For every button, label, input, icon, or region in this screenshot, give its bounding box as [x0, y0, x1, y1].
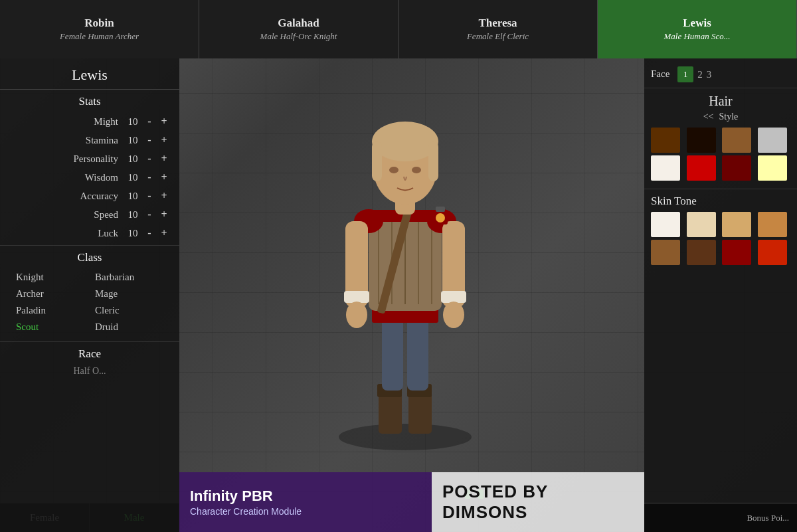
stat-decrease-accuracy[interactable]: - [142, 189, 157, 203]
stat-increase-wisdom[interactable]: + [157, 170, 171, 185]
right-panel: Face 1 2 3 Hair << Style Skin Tone [644, 58, 797, 532]
hair-style-label: Style [719, 112, 739, 122]
skin-color-swatch-1[interactable] [687, 212, 716, 237]
class-item-paladin[interactable]: Paladin [11, 303, 90, 318]
face-selected-btn[interactable]: 1 [677, 66, 693, 82]
svg-rect-5 [382, 317, 403, 391]
bonus-label: Bonus Poi... [747, 513, 789, 523]
stat-name-speed: Speed [5, 209, 124, 221]
stat-name-personality: Personality [5, 153, 124, 165]
stat-increase-speed[interactable]: + [157, 207, 171, 222]
hair-color-swatch-2[interactable] [722, 128, 751, 153]
stats-header: Stats [0, 90, 179, 112]
stat-decrease-wisdom[interactable]: - [142, 170, 157, 185]
tab-robin[interactable]: Robin Female Human Archer [0, 0, 199, 58]
skin-color-swatch-0[interactable] [651, 212, 680, 237]
stat-value-personality: 10 [124, 153, 142, 165]
face-section: Face 1 2 3 [644, 58, 797, 88]
svg-point-0 [339, 424, 472, 450]
stat-value-might: 10 [124, 116, 142, 128]
hair-color-swatch-6[interactable] [722, 155, 751, 181]
class-item-mage[interactable]: Mage [90, 286, 169, 302]
skin-section: Skin Tone [644, 189, 797, 273]
tab-lewis-desc: Male Human Sco... [664, 31, 730, 42]
hair-color-grid [651, 128, 790, 181]
stat-name-accuracy: Accuracy [5, 191, 124, 202]
hair-color-swatch-0[interactable] [651, 128, 680, 153]
posted-by-text: POSTED BY DIMSONS [442, 482, 634, 523]
bonus-bar: Bonus Poi... [644, 503, 797, 532]
stat-decrease-stamina[interactable]: - [142, 133, 157, 147]
hair-color-swatch-7[interactable] [758, 155, 787, 181]
character-viewport [186, 63, 624, 472]
class-item-druid[interactable]: Druid [90, 319, 169, 335]
stat-value-accuracy: 10 [124, 191, 142, 202]
stat-name-luck: Luck [5, 228, 124, 239]
stat-value-luck: 10 [124, 228, 142, 239]
tab-galahad-desc: Male Half-Orc Knight [260, 31, 337, 42]
skin-color-swatch-6[interactable] [722, 240, 751, 265]
face-option-2[interactable]: 2 [697, 69, 703, 80]
svg-point-23 [443, 302, 464, 328]
svg-point-22 [346, 302, 367, 328]
hair-color-swatch-5[interactable] [687, 155, 716, 181]
left-panel: Lewis Stats Might 10 - + Stamina 10 - + … [0, 58, 179, 532]
stat-decrease-might[interactable]: - [142, 114, 157, 129]
class-item-cleric[interactable]: Cleric [90, 303, 169, 318]
tab-theresa[interactable]: Theresa Female Elf Cleric [398, 0, 598, 58]
svg-rect-6 [407, 317, 428, 391]
hair-color-swatch-4[interactable] [651, 155, 680, 181]
stat-row-speed: Speed 10 - + [0, 205, 179, 224]
stat-decrease-personality[interactable]: - [142, 151, 157, 166]
hair-nav-left[interactable]: << [703, 112, 714, 122]
stat-increase-stamina[interactable]: + [157, 133, 171, 147]
skin-color-swatch-4[interactable] [651, 240, 680, 265]
class-item-knight[interactable]: Knight [11, 270, 90, 285]
hair-section: Hair << Style [644, 88, 797, 189]
stat-decrease-speed[interactable]: - [142, 207, 157, 222]
skin-color-swatch-2[interactable] [722, 212, 751, 237]
class-item-barbarian[interactable]: Barbarian [90, 270, 169, 285]
class-item-archer[interactable]: Archer [11, 286, 90, 302]
stat-increase-accuracy[interactable]: + [157, 189, 171, 203]
svg-rect-29 [428, 141, 438, 181]
skin-color-swatch-5[interactable] [687, 240, 716, 265]
stat-value-stamina: 10 [124, 135, 142, 146]
tab-galahad[interactable]: Galahad Male Half-Orc Knight [199, 0, 398, 58]
svg-rect-33 [436, 207, 445, 212]
skin-title: Skin Tone [651, 195, 790, 208]
hair-color-swatch-3[interactable] [758, 128, 787, 153]
tab-galahad-name: Galahad [278, 17, 319, 30]
face-label: Face [651, 68, 669, 79]
stat-row-might: Might 10 - + [0, 112, 179, 131]
skin-color-swatch-3[interactable] [758, 212, 787, 237]
hair-title: Hair [651, 94, 790, 109]
face-option-3[interactable]: 3 [707, 69, 712, 80]
tab-lewis-name: Lewis [683, 17, 711, 30]
skin-color-grid [651, 212, 790, 265]
hair-style-row: << Style [651, 112, 790, 122]
class-item-scout[interactable]: Scout [11, 319, 90, 335]
class-header: Class [0, 246, 179, 268]
stat-decrease-luck[interactable]: - [142, 226, 157, 240]
svg-rect-28 [372, 141, 382, 181]
overlay-subtitle: Character Creation Module [190, 506, 421, 517]
hair-color-swatch-1[interactable] [687, 128, 716, 153]
tab-robin-desc: Female Human Archer [60, 31, 139, 42]
svg-point-31 [412, 167, 421, 173]
svg-rect-21 [441, 291, 466, 303]
overlay-title: Infinity PBR [190, 488, 421, 505]
stat-increase-luck[interactable]: + [157, 226, 171, 240]
class-section: Class KnightBarbarianArcherMagePaladinCl… [0, 246, 179, 342]
tab-robin-name: Robin [84, 17, 114, 30]
face-number-group: 1 2 3 [677, 66, 711, 82]
tab-lewis[interactable]: Lewis Male Human Sco... [598, 0, 797, 58]
stats-section: Stats Might 10 - + Stamina 10 - + Person… [0, 90, 179, 246]
svg-point-30 [389, 167, 398, 173]
skin-color-swatch-7[interactable] [758, 240, 787, 265]
stat-increase-personality[interactable]: + [157, 151, 171, 166]
stat-name-stamina: Stamina [5, 135, 124, 146]
stat-increase-might[interactable]: + [157, 114, 171, 129]
svg-point-34 [436, 213, 445, 222]
stat-row-luck: Luck 10 - + [0, 224, 179, 242]
